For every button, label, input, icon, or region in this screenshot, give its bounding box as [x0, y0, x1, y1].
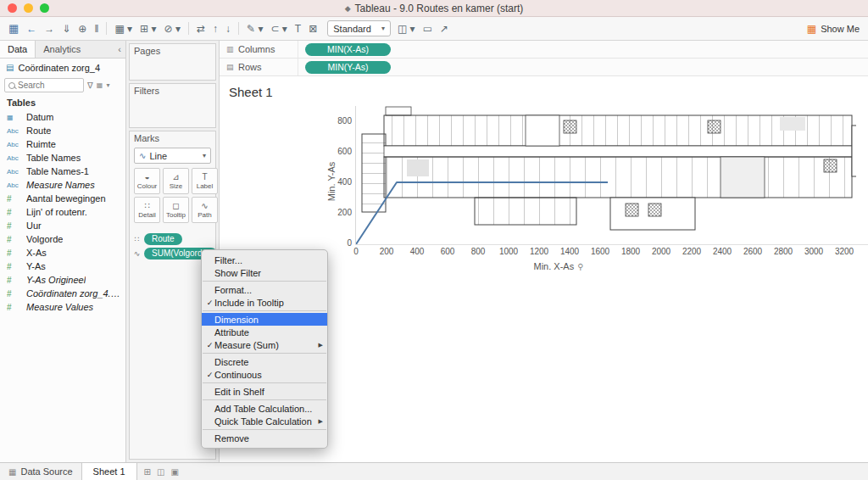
field-item[interactable]: # Y-As: [0, 260, 125, 273]
menu-item-remove[interactable]: Remove: [202, 432, 327, 444]
sort-descending-icon[interactable]: ↓: [225, 24, 231, 34]
field-item[interactable]: # Lijn' of routenr.: [0, 205, 125, 219]
x-tick-label: 1200: [524, 247, 554, 256]
columns-pill-min-x-as[interactable]: MIN(X-As): [305, 43, 391, 56]
field-item[interactable]: Abc Table Names: [0, 151, 125, 165]
path-button[interactable]: ∿ Path: [192, 197, 218, 223]
search-field[interactable]: [4, 78, 84, 92]
field-item[interactable]: Abc Route: [0, 124, 125, 137]
fit-icon[interactable]: ◫ ▾: [398, 24, 415, 34]
rows-pill-min-y-as[interactable]: MIN(Y-As): [305, 61, 391, 74]
redo-icon[interactable]: →: [44, 24, 54, 34]
number-icon: #: [7, 221, 24, 231]
rows-shelf[interactable]: ▤ Rows MIN(Y-As): [220, 59, 868, 76]
zoom-button[interactable]: [40, 3, 49, 13]
menu-item-filter[interactable]: Filter...: [202, 254, 327, 266]
pill-route[interactable]: Route: [144, 233, 182, 245]
show-me-button[interactable]: ▦ Show Me: [807, 23, 860, 35]
filters-shelf[interactable]: Filters: [129, 83, 216, 128]
menu-item-measure-sum[interactable]: ✓ Measure (Sum) ▶: [202, 338, 327, 351]
field-item[interactable]: Abc Measure Names: [0, 178, 125, 192]
field-item[interactable]: # Y-As Origineel: [0, 273, 125, 287]
fix-axes-icon[interactable]: ⊠: [309, 24, 317, 34]
data-source-item[interactable]: ▤ Coördinaten zorg_4: [0, 59, 125, 76]
search-input[interactable]: [18, 81, 80, 90]
group-members-icon[interactable]: ⊂ ▾: [270, 24, 287, 34]
share-icon[interactable]: ↗: [440, 24, 448, 34]
new-story-icon[interactable]: ▣: [170, 467, 178, 477]
show-mark-labels-icon[interactable]: T: [295, 24, 301, 34]
add-data-source-icon[interactable]: ⊕: [78, 24, 86, 34]
toolbar-separator[interactable]: [238, 22, 239, 35]
menu-item-dimension[interactable]: Dimension: [202, 313, 327, 326]
fit-mode-dropdown[interactable]: Standard ▾: [327, 20, 391, 36]
x-axis-title-text: Min. X-As: [533, 261, 574, 271]
field-item[interactable]: # Aantal bewegingen: [0, 192, 125, 205]
toolbar: ▦←→⇓⊕‖▦ ▾⊞ ▾⊘ ▾⇄↑↓✎ ▾⊂ ▾T⊠ Standard ▾ ◫ …: [0, 17, 868, 41]
label-button[interactable]: T Label: [192, 168, 218, 194]
view-options-icon[interactable]: ▦ ▾: [97, 81, 111, 89]
marks-pill-row: ∷ Route: [130, 233, 215, 245]
field-item[interactable]: Abc Table Names-1: [0, 165, 125, 178]
menu-item-continuous[interactable]: ✓ Continuous: [202, 368, 327, 381]
field-item[interactable]: Abc Ruimte: [0, 137, 125, 151]
close-button[interactable]: [8, 3, 17, 13]
presentation-mode-icon[interactable]: ▭: [423, 24, 432, 34]
menu-separator[interactable]: [203, 399, 326, 400]
field-item[interactable]: # X-As: [0, 246, 125, 260]
field-item[interactable]: ▦ Datum: [0, 110, 125, 124]
field-item[interactable]: # Volgorde: [0, 232, 125, 246]
collapse-pane-icon[interactable]: ‹: [114, 41, 125, 58]
clear-sheet-icon[interactable]: ⊘ ▾: [164, 24, 181, 34]
menu-separator[interactable]: [203, 310, 326, 311]
new-worksheet-icon[interactable]: ⊞: [144, 467, 151, 477]
save-icon[interactable]: ⇓: [62, 24, 70, 34]
pages-shelf[interactable]: Pages: [129, 43, 216, 81]
menu-item-format[interactable]: Format...: [202, 283, 327, 296]
floorplan-chart[interactable]: [356, 102, 856, 244]
menu-separator[interactable]: [203, 382, 326, 383]
menu-item-add-table-calculation[interactable]: Add Table Calculation...: [202, 402, 327, 415]
highlight-icon[interactable]: ✎ ▾: [247, 24, 263, 34]
mark-type-dropdown[interactable]: ∿ Line ▾: [134, 148, 211, 164]
size-button[interactable]: ⊿ Size: [163, 168, 189, 194]
data-source-name: Coördinaten zorg_4: [18, 63, 100, 73]
filter-fields-icon[interactable]: ∇: [87, 81, 93, 90]
menu-item-edit-in-shelf[interactable]: Edit in Shelf: [202, 385, 327, 398]
menu-item-discrete[interactable]: Discrete: [202, 355, 327, 368]
field-item[interactable]: # Measure Values: [0, 300, 125, 314]
menu-item-quick-table-calculation[interactable]: Quick Table Calculation ▶: [202, 415, 327, 427]
detail-button[interactable]: ∷ Detail: [134, 197, 160, 223]
new-dashboard-icon[interactable]: ◫: [157, 467, 164, 477]
swap-axes-icon[interactable]: ⇄: [197, 24, 205, 34]
tab-analytics[interactable]: Analytics: [36, 41, 88, 58]
toolbar-separator[interactable]: [106, 22, 107, 35]
menu-separator[interactable]: [203, 281, 326, 282]
menu-item-attribute[interactable]: Attribute: [202, 326, 327, 338]
toolbar-separator[interactable]: [188, 22, 189, 35]
database-icon: ▤: [6, 63, 14, 72]
tableau-logo-icon[interactable]: ▦: [8, 23, 19, 34]
field-item[interactable]: # Uur: [0, 219, 125, 232]
sort-ascending-icon[interactable]: ↑: [213, 24, 218, 34]
pause-updates-icon[interactable]: ‖: [94, 24, 98, 34]
undo-icon[interactable]: ←: [26, 24, 36, 34]
duplicate-sheet-icon[interactable]: ⊞ ▾: [140, 24, 156, 34]
columns-shelf[interactable]: ▥ Columns MIN(X-As): [220, 41, 868, 59]
sheet-tab[interactable]: Sheet 1: [81, 463, 137, 480]
menu-item-show-filter[interactable]: Show Filter: [202, 266, 327, 279]
data-source-tab[interactable]: ▦ Data Source: [0, 463, 81, 480]
tab-data[interactable]: Data: [0, 41, 36, 58]
minimize-button[interactable]: [24, 3, 33, 13]
sheet-title[interactable]: Sheet 1: [229, 85, 273, 99]
tooltip-button[interactable]: ◻ Tooltip: [163, 197, 189, 223]
colour-button[interactable]: ◒ Colour: [134, 168, 160, 194]
field-list: ▦ Datum Abc Route Abc Ruimte Abc Table N…: [0, 110, 125, 314]
field-item[interactable]: # Coördinaten zorg_4.csv...: [0, 287, 125, 300]
new-worksheet-icon[interactable]: ▦ ▾: [114, 24, 132, 34]
menu-item-include-in-tooltip[interactable]: ✓ Include in Tooltip: [202, 296, 327, 309]
menu-separator[interactable]: [203, 353, 326, 354]
x-axis-title[interactable]: Min. X-As ⚲: [482, 261, 635, 271]
number-icon: #: [7, 194, 24, 204]
menu-separator[interactable]: [203, 429, 326, 430]
